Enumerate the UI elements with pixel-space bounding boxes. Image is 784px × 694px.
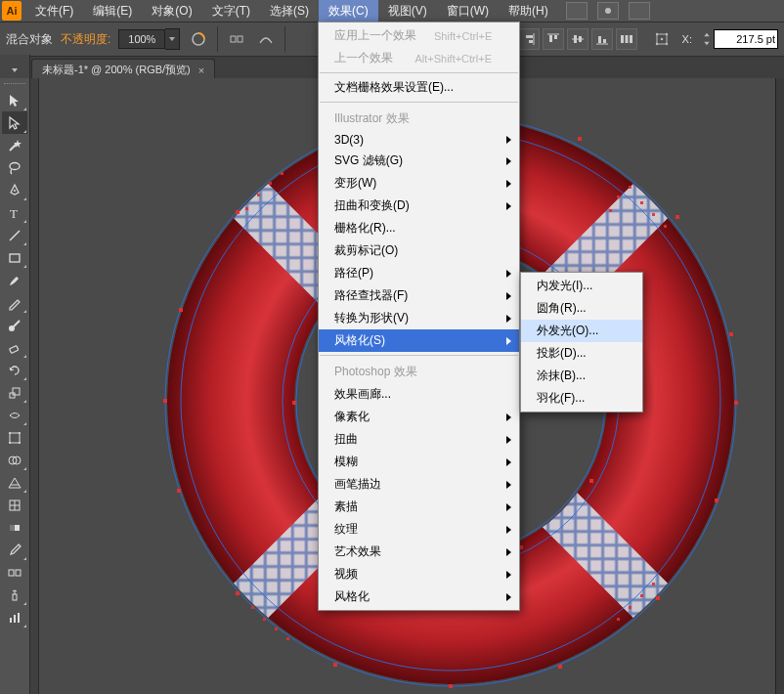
lasso-tool[interactable] [2,156,27,179]
free-transform-tool[interactable] [2,426,27,449]
menu-distort-transform[interactable]: 扭曲和变换(D) [319,195,519,217]
menu-sketch[interactable]: 素描 [319,496,519,518]
symbol-sprayer-tool[interactable] [2,584,27,606]
menu-brush-strokes[interactable]: 画笔描边 [319,473,519,496]
shape-builder-tool[interactable] [2,449,27,471]
gradient-tool[interactable] [2,516,27,539]
x-field[interactable]: 217.5 pt [714,29,778,49]
svg-point-40 [9,432,11,434]
mesh-tool[interactable] [2,494,27,516]
eraser-tool[interactable] [2,336,27,359]
svg-rect-51 [10,525,15,531]
menu-doc-raster[interactable]: 文档栅格效果设置(E)... [319,76,519,99]
rectangle-tool[interactable] [2,246,27,269]
scale-tool[interactable] [2,381,27,404]
svg-rect-75 [656,596,660,600]
menu-effect[interactable]: 效果(C) [319,0,378,22]
menu-warp[interactable]: 变形(W) [319,172,519,195]
workspace-switch-3[interactable] [629,2,650,20]
menu-ps-stylize[interactable]: 风格化 [319,586,519,608]
panel-dock[interactable] [775,78,784,694]
menu-type[interactable]: 文字(T) [202,0,260,22]
perspective-grid-tool[interactable] [2,471,27,494]
menu-last-effect[interactable]: 上一个效果Alt+Shift+Ctrl+E [319,47,519,69]
menu-pathfinder[interactable]: 路径查找器(F) [319,284,519,307]
svg-point-29 [660,38,663,41]
svg-point-41 [19,432,21,434]
ctrl-opacity-label[interactable]: 不透明度: [61,31,110,48]
menu-crop-marks[interactable]: 裁剪标记(O) [319,239,519,262]
svg-rect-98 [652,213,655,216]
tabbar-expand[interactable] [0,55,30,78]
menu-blur[interactable]: 模糊 [319,451,519,473]
menu-edit[interactable]: 编辑(E) [83,0,142,22]
svg-point-30 [10,162,20,169]
blob-brush-tool[interactable] [2,314,27,336]
transform-ref-icon[interactable] [651,28,673,50]
submenu-drop-shadow[interactable]: 投影(D)... [521,342,642,365]
submenu-feather[interactable]: 羽化(F)... [521,387,642,410]
menu-pixelate[interactable]: 像素化 [319,406,519,428]
align-right-icon[interactable] [518,28,540,50]
menu-select[interactable]: 选择(S) [260,0,319,22]
magic-wand-tool[interactable] [2,134,27,156]
menu-apply-last[interactable]: 应用上一个效果Shift+Ctrl+E [319,24,519,47]
svg-point-26 [665,33,667,35]
svg-rect-13 [549,35,552,42]
menu-path[interactable]: 路径(P) [319,262,519,284]
rotate-tool[interactable] [2,359,27,381]
align-bottom-icon[interactable] [591,28,613,50]
align-top-icon[interactable] [543,28,564,50]
menu-distort[interactable]: 扭曲 [319,428,519,451]
direct-selection-tool[interactable] [2,111,27,134]
menu-stylize[interactable]: 风格化(S) [319,329,519,352]
svg-rect-78 [333,663,337,667]
menu-rasterize[interactable]: 栅格化(R)... [319,217,519,239]
opacity-value[interactable]: 100% [118,29,165,49]
menu-help[interactable]: 帮助(H) [499,0,558,22]
eyedropper-tool[interactable] [2,539,27,561]
tab-close-icon[interactable]: × [198,65,204,76]
x-stepper[interactable] [700,28,714,50]
width-tool[interactable] [2,404,27,426]
menu-artistic[interactable]: 艺术效果 [319,541,519,563]
menu-window[interactable]: 窗口(W) [437,0,499,22]
type-tool[interactable]: T [2,201,27,224]
workspace-switch-2[interactable] [597,2,619,20]
submenu-inner-glow[interactable]: 内发光(I)... [521,275,642,297]
svg-rect-99 [664,225,667,228]
svg-point-25 [655,33,657,35]
pencil-tool[interactable] [2,291,27,314]
svg-rect-81 [163,399,167,403]
menu-effect-gallery[interactable]: 效果画廊... [319,383,519,406]
blend-tool[interactable] [2,561,27,584]
graph-tool[interactable] [2,606,27,629]
menu-object[interactable]: 对象(O) [142,0,201,22]
menu-texture[interactable]: 纹理 [319,518,519,541]
pen-tool[interactable] [2,179,27,201]
blend-option-icon[interactable] [226,28,247,50]
workspace-switch-1[interactable] [566,2,588,20]
distribute-icon[interactable] [616,28,637,50]
opacity-dropdown[interactable] [165,28,180,50]
align-vcenter-icon[interactable] [567,28,588,50]
menu-video[interactable]: 视频 [319,563,519,586]
submenu-outer-glow[interactable]: 外发光(O)... [521,320,642,342]
submenu-scribble[interactable]: 涂抹(B)... [521,365,642,387]
menu-3d[interactable]: 3D(3) [319,130,519,150]
paintbrush-tool[interactable] [2,269,27,291]
svg-rect-17 [579,36,582,42]
menu-file[interactable]: 文件(F) [25,0,83,22]
svg-rect-103 [245,207,248,210]
replace-spine-icon[interactable] [255,28,277,50]
submenu-round-corners[interactable]: 圆角(R)... [521,297,642,320]
menu-convert-shape[interactable]: 转换为形状(V) [319,307,519,329]
menu-svg-filters[interactable]: SVG 滤镜(G) [319,150,519,172]
line-tool[interactable] [2,224,27,246]
document-tab[interactable]: 未标题-1* @ 200% (RGB/预览) × [31,59,215,80]
svg-rect-56 [14,615,16,623]
selection-tool[interactable] [2,89,27,111]
toolbox-grip[interactable] [4,83,25,85]
menu-view[interactable]: 视图(V) [378,0,437,22]
recolor-icon[interactable] [188,28,209,50]
